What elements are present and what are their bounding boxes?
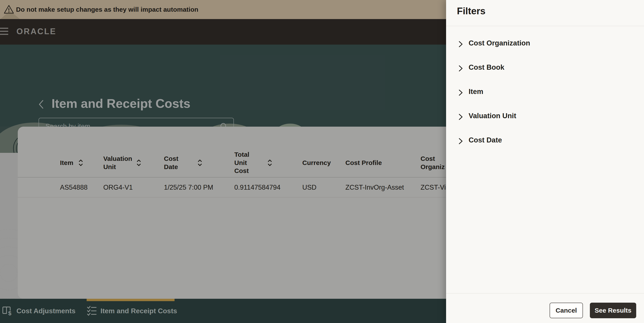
section-chevron-icon — [457, 89, 464, 96]
section-chevron-icon — [457, 113, 464, 121]
filters-drawer: Filters Cost OrganizationCost BookItemVa… — [446, 0, 644, 323]
filter-section-label: Valuation Unit — [468, 112, 516, 120]
section-chevron-icon — [457, 40, 464, 48]
filter-section-item[interactable]: Item — [446, 86, 644, 110]
drawer-footer-divider — [446, 293, 644, 294]
filter-section-label: Cost Date — [468, 136, 502, 144]
filter-section-label: Cost Organization — [468, 39, 530, 47]
app-root: Do not make setup changes as they will i… — [0, 0, 644, 323]
filter-section-valuation-unit[interactable]: Valuation Unit — [446, 110, 644, 134]
section-chevron-icon — [457, 64, 464, 72]
filter-section-cost-date[interactable]: Cost Date — [446, 134, 644, 158]
filter-section-label: Cost Book — [468, 63, 504, 72]
cancel-button[interactable]: Cancel — [550, 303, 583, 318]
filter-section-cost-book[interactable]: Cost Book — [446, 62, 644, 86]
section-chevron-icon — [457, 137, 464, 145]
filters-title: Filters — [457, 6, 486, 16]
filter-section-label: Item — [468, 88, 483, 96]
filter-section-cost-organization[interactable]: Cost Organization — [446, 37, 644, 62]
drawer-divider — [446, 26, 644, 26]
see-results-button[interactable]: See Results — [590, 303, 636, 318]
